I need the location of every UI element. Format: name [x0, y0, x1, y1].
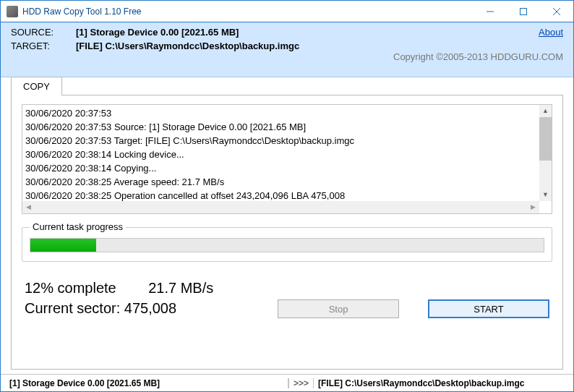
status-bar: [1] Storage Device 0.00 [2021.65 MB] >>>… [1, 374, 573, 391]
scroll-right-icon[interactable]: ▶ [527, 201, 539, 213]
minimize-button[interactable] [474, 1, 507, 22]
window-title: HDD Raw Copy Tool 1.10 Free [22, 7, 474, 17]
start-button[interactable]: START [428, 299, 549, 318]
maximize-button[interactable] [507, 1, 540, 22]
current-sector: Current sector: 475,008 [25, 298, 213, 318]
target-value: [FILE] C:\Users\Raymondcc\Desktop\backup… [76, 41, 299, 51]
status-target: [FILE] C:\Users\Raymondcc\Desktop\backup… [314, 378, 528, 388]
progress-legend: Current task progress [30, 221, 126, 232]
about-link[interactable]: About [539, 27, 563, 38]
content-area: COPY 30/06/2020 20:37:53 30/06/2020 20:3… [1, 77, 573, 374]
log-box[interactable]: 30/06/2020 20:37:53 30/06/2020 20:37:53 … [22, 104, 552, 214]
stop-button[interactable]: Stop [278, 299, 399, 318]
stats-text: 12% complete 21.7 MB/s Current sector: 4… [25, 278, 213, 318]
log-line: 30/06/2020 20:38:25 Average speed: 21.7 … [25, 175, 549, 189]
speed-value: 21.7 MB/s [148, 280, 213, 296]
log-line: 30/06/2020 20:38:14 Copying... [25, 161, 549, 175]
svg-rect-1 [521, 8, 527, 14]
copyright-text: Copyright ©2005-2013 HDDGURU.COM [393, 51, 563, 62]
window-controls [474, 1, 573, 22]
log-line: 30/06/2020 20:37:53 Source: [1] Storage … [25, 120, 549, 134]
progress-fill [30, 239, 96, 252]
stats-row: 12% complete 21.7 MB/s Current sector: 4… [22, 275, 552, 318]
log-line: 30/06/2020 20:37:53 [25, 106, 549, 120]
app-icon [7, 6, 18, 17]
scroll-down-icon[interactable]: ▼ [539, 189, 552, 201]
scroll-left-icon[interactable]: ◀ [22, 201, 35, 213]
button-row: Stop START [278, 299, 549, 318]
scroll-thumb[interactable] [539, 117, 552, 161]
tab-panel: 30/06/2020 20:37:53 30/06/2020 20:37:53 … [11, 95, 563, 370]
percent-complete: 12% complete [25, 280, 116, 296]
log-line: 30/06/2020 20:38:14 Locking device... [25, 148, 549, 161]
vertical-scrollbar[interactable]: ▲ ▼ [539, 105, 552, 201]
scroll-up-icon[interactable]: ▲ [539, 105, 552, 117]
titlebar[interactable]: HDD Raw Copy Tool 1.10 Free [1, 1, 573, 22]
source-label: SOURCE: [11, 27, 76, 38]
app-window: HDD Raw Copy Tool 1.10 Free SOURCE: [1] … [0, 0, 574, 392]
progress-group: Current task progress [22, 227, 552, 262]
progress-bar [30, 238, 544, 252]
close-button[interactable] [540, 1, 573, 22]
status-source: [1] Storage Device 0.00 [2021.65 MB] [5, 378, 288, 388]
status-arrow-icon: >>> [288, 378, 314, 388]
log-line: 30/06/2020 20:37:53 Target: [FILE] C:\Us… [25, 134, 549, 148]
tab-bar: COPY [11, 77, 563, 95]
tab-copy[interactable]: COPY [11, 77, 62, 95]
target-label: TARGET: [11, 41, 76, 51]
horizontal-scrollbar[interactable]: ◀ ▶ [22, 201, 539, 213]
source-value: [1] Storage Device 0.00 [2021.65 MB] [76, 27, 239, 38]
header-panel: SOURCE: [1] Storage Device 0.00 [2021.65… [1, 22, 573, 77]
